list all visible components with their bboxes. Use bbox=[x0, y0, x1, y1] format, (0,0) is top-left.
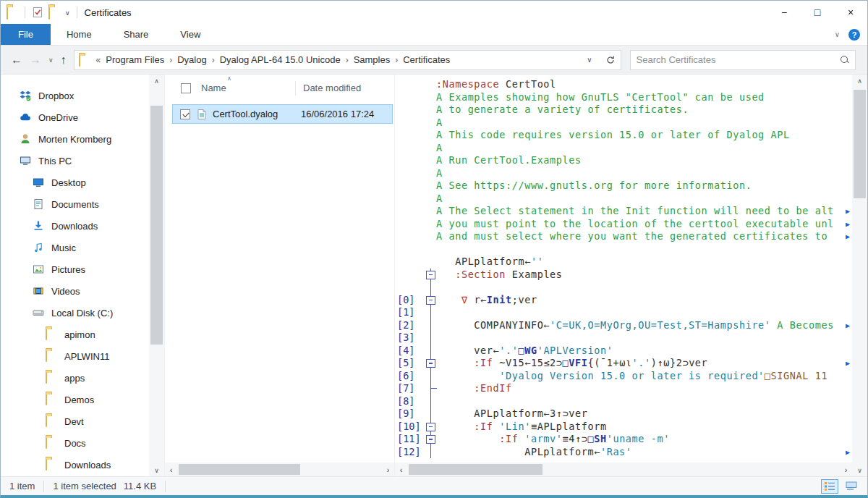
sidebar-item-dropbox[interactable]: Dropbox bbox=[1, 85, 149, 106]
scrollbar-thumb[interactable] bbox=[150, 106, 163, 345]
code-line: [0] ∇ r←Init;ver bbox=[395, 294, 852, 307]
sidebar-item-morten-kromberg[interactable]: Morten Kromberg bbox=[1, 128, 149, 150]
scroll-up-icon[interactable]: ∧ bbox=[149, 75, 164, 87]
search-box[interactable] bbox=[630, 50, 856, 70]
tab-view[interactable]: View bbox=[164, 24, 216, 45]
code-line: A bbox=[395, 167, 852, 180]
chevron-down-icon[interactable]: ∨ bbox=[65, 9, 70, 17]
breadcrumb-item-program-files[interactable]: Program Files bbox=[103, 54, 167, 65]
search-icon[interactable] bbox=[840, 55, 849, 64]
checked-document-icon[interactable] bbox=[32, 7, 43, 18]
scroll-right-icon[interactable]: › bbox=[382, 465, 394, 474]
sidebar-item-aplwin11[interactable]: APLWIN11 bbox=[1, 345, 149, 367]
preview-pane: :Namespace CertToolA Examples showing ho… bbox=[394, 75, 852, 476]
file-list-hscrollbar[interactable]: ‹ › bbox=[165, 463, 394, 476]
sidebar-item-desktop[interactable]: Desktop bbox=[1, 172, 149, 193]
separator bbox=[77, 7, 77, 18]
column-date-modified[interactable]: Date modified bbox=[303, 83, 361, 93]
sidebar-item-pictures[interactable]: Pictures bbox=[1, 258, 149, 280]
sidebar-item-apps[interactable]: apps bbox=[1, 367, 149, 389]
breadcrumb-item-dyalog-apl-64-15-0-unicode[interactable]: Dyalog APL-64 15.0 Unicode bbox=[217, 54, 344, 65]
sidebar-item-videos[interactable]: Videos bbox=[1, 280, 149, 302]
row-checkbox[interactable] bbox=[180, 109, 190, 119]
preview-hscrollbar[interactable]: ‹ › bbox=[395, 463, 852, 476]
scroll-down-icon[interactable]: ∨ bbox=[149, 464, 164, 476]
breadcrumb-separator: › bbox=[167, 55, 174, 65]
sidebar-item-label: Morten Kromberg bbox=[38, 134, 111, 145]
code-line: [10] :If 'Lin'≡APLplatform bbox=[395, 421, 852, 434]
scroll-left-icon[interactable]: ‹ bbox=[395, 465, 407, 474]
scroll-left-icon[interactable]: ‹ bbox=[165, 465, 177, 474]
refresh-button[interactable] bbox=[601, 50, 621, 70]
sidebar-item-label: OneDrive bbox=[38, 112, 78, 123]
search-input[interactable] bbox=[637, 54, 840, 65]
line-continues-icon: ▶ bbox=[846, 232, 850, 241]
minimize-button[interactable]: − bbox=[767, 1, 801, 24]
close-button[interactable]: × bbox=[834, 1, 867, 24]
sidebar-item-documents[interactable]: Documents bbox=[1, 193, 149, 215]
address-bar[interactable]: « Program Files›Dyalog›Dyalog APL-64 15.… bbox=[74, 50, 602, 70]
code-line: [4] ver←'.'□WG'APLVersion' bbox=[395, 345, 852, 358]
code-line: [11] :If 'armv'≡4↑⊃□SH'uname -m' bbox=[395, 433, 852, 446]
fold-toggle-icon[interactable] bbox=[426, 435, 435, 444]
breadcrumb-separator: › bbox=[210, 55, 217, 65]
scrollbar-thumb[interactable] bbox=[179, 464, 300, 475]
doc-icon bbox=[33, 198, 44, 210]
maximize-button[interactable]: □ bbox=[801, 1, 834, 24]
sidebar-item-this-pc[interactable]: This PC bbox=[1, 150, 149, 172]
sidebar-item-onedrive[interactable]: OneDrive bbox=[1, 106, 149, 128]
fold-toggle-icon[interactable] bbox=[426, 359, 435, 368]
scrollbar-thumb[interactable] bbox=[854, 90, 866, 198]
recent-locations-icon[interactable]: ∨ bbox=[48, 56, 54, 64]
large-icons-view-button[interactable] bbox=[843, 479, 860, 494]
forward-button[interactable]: → bbox=[30, 54, 41, 67]
line-continues-icon: ▶ bbox=[846, 448, 850, 457]
breadcrumb-item-samples[interactable]: Samples bbox=[351, 54, 393, 65]
code-line: [9] APLplatform←3↑⊃ver bbox=[395, 408, 852, 421]
select-all-checkbox[interactable] bbox=[181, 83, 191, 93]
fold-toggle-icon[interactable] bbox=[426, 423, 435, 431]
column-headers: ∧ Name Date modified bbox=[165, 75, 394, 101]
scroll-right-icon[interactable]: › bbox=[840, 465, 852, 474]
sidebar-item-downloads[interactable]: Downloads bbox=[1, 454, 149, 476]
sidebar-item-local-disk-c[interactable]: Local Disk (C:) bbox=[1, 302, 149, 324]
code-line: APLplatform←'' bbox=[395, 256, 852, 269]
fold-toggle-icon[interactable] bbox=[426, 271, 435, 279]
tab-home[interactable]: Home bbox=[51, 24, 108, 45]
preview-vscrollbar[interactable]: ∧ ∨ bbox=[852, 75, 867, 476]
ribbon-collapse-icon[interactable]: ∨ bbox=[835, 30, 840, 38]
tab-file[interactable]: File bbox=[1, 24, 51, 45]
user-icon bbox=[20, 133, 31, 145]
back-button[interactable]: ← bbox=[11, 54, 22, 67]
sidebar-item-label: APLWIN11 bbox=[64, 351, 109, 362]
scrollbar-thumb[interactable] bbox=[409, 464, 542, 475]
sidebar-item-devt[interactable]: Devt bbox=[1, 410, 149, 432]
titlebar: ∨ Certificates − □ × bbox=[1, 1, 867, 24]
column-name[interactable]: Name bbox=[201, 83, 295, 93]
breadcrumb-item-dyalog[interactable]: Dyalog bbox=[174, 54, 209, 65]
address-dropdown-icon[interactable]: ∨ bbox=[581, 56, 597, 64]
fold-toggle-icon[interactable] bbox=[426, 296, 435, 305]
sidebar-item-downloads[interactable]: Downloads bbox=[1, 215, 149, 237]
breadcrumb-item-certificates[interactable]: Certificates bbox=[400, 54, 453, 65]
up-button[interactable]: ↑ bbox=[61, 54, 67, 67]
sidebar-item-demos[interactable]: Demos bbox=[1, 389, 149, 410]
sidebar-item-docs[interactable]: Docs bbox=[1, 432, 149, 454]
folder-icon bbox=[46, 394, 57, 405]
line-number: [11] bbox=[397, 433, 421, 446]
sidebar-scrollbar[interactable]: ∧ ∨ bbox=[149, 75, 164, 476]
folder-icon bbox=[46, 415, 57, 427]
file-row-certtool-dyalog[interactable]: CertTool.dyalog16/06/2016 17:24 bbox=[172, 104, 393, 124]
column-divider[interactable] bbox=[295, 81, 296, 96]
scroll-down-icon[interactable]: ∨ bbox=[852, 464, 867, 476]
line-number: [0] bbox=[397, 294, 414, 307]
sidebar-item-music[interactable]: Music bbox=[1, 237, 149, 258]
code-line: A The Select statement in the Init funct… bbox=[395, 205, 852, 218]
details-view-button[interactable] bbox=[821, 479, 838, 494]
folder-icon[interactable] bbox=[48, 7, 60, 18]
tab-share[interactable]: Share bbox=[108, 24, 165, 45]
desktop-icon bbox=[33, 177, 44, 188]
help-icon[interactable]: ? bbox=[848, 29, 860, 41]
sidebar-item-apimon[interactable]: apimon bbox=[1, 324, 149, 345]
scroll-up-icon[interactable]: ∧ bbox=[852, 75, 867, 87]
